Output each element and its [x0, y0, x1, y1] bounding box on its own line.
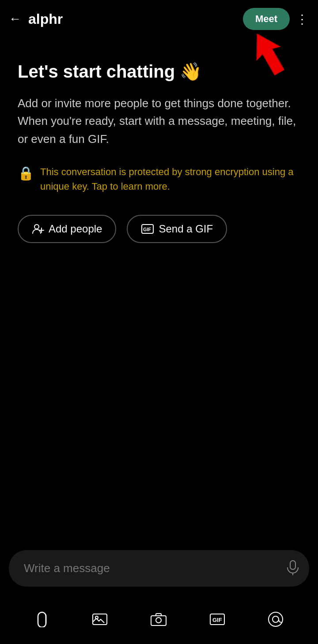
svg-point-15 [273, 616, 279, 622]
add-people-button[interactable]: Add people [18, 215, 116, 243]
chat-description: Add or invite more people to get things … [18, 94, 300, 148]
lock-icon: 🔒 [18, 165, 34, 181]
action-buttons: Add people GIF Send a GIF [18, 215, 300, 243]
back-button[interactable]: ← [9, 12, 21, 26]
svg-point-1 [34, 225, 39, 229]
svg-point-14 [269, 612, 283, 626]
attachment-button[interactable] [34, 611, 49, 631]
gif-icon: GIF [141, 223, 154, 235]
mention-icon [268, 611, 284, 627]
mention-button[interactable] [268, 611, 284, 631]
image-button[interactable] [92, 612, 108, 630]
mic-icon [286, 560, 299, 575]
svg-text:GIF: GIF [212, 617, 222, 623]
more-options-button[interactable]: ⋮ [296, 12, 309, 26]
svg-rect-6 [290, 561, 295, 569]
header-left: ← alphr [9, 11, 63, 27]
add-people-label: Add people [49, 223, 102, 235]
image-icon [92, 612, 108, 626]
encryption-notice[interactable]: 🔒 This conversation is protected by stro… [18, 165, 300, 194]
mic-button[interactable] [286, 560, 299, 577]
gif-button[interactable]: GIF [209, 612, 225, 630]
channel-title: alphr [28, 11, 63, 27]
add-people-icon [32, 223, 44, 235]
send-gif-label: Send a GIF [159, 223, 213, 235]
bottom-toolbar: GIF [0, 607, 318, 635]
camera-button[interactable] [150, 612, 167, 630]
svg-point-11 [156, 618, 161, 623]
encryption-text: This conversation is protected by strong… [40, 165, 300, 194]
camera-icon [150, 612, 167, 626]
svg-marker-0 [246, 27, 291, 79]
message-input-area [9, 550, 309, 587]
red-arrow-annotation [234, 26, 305, 84]
svg-text:GIF: GIF [143, 227, 151, 232]
gif-toolbar-icon: GIF [209, 612, 225, 626]
send-gif-button[interactable]: GIF Send a GIF [127, 215, 227, 243]
message-input[interactable] [9, 550, 309, 587]
attachment-icon [34, 611, 49, 627]
